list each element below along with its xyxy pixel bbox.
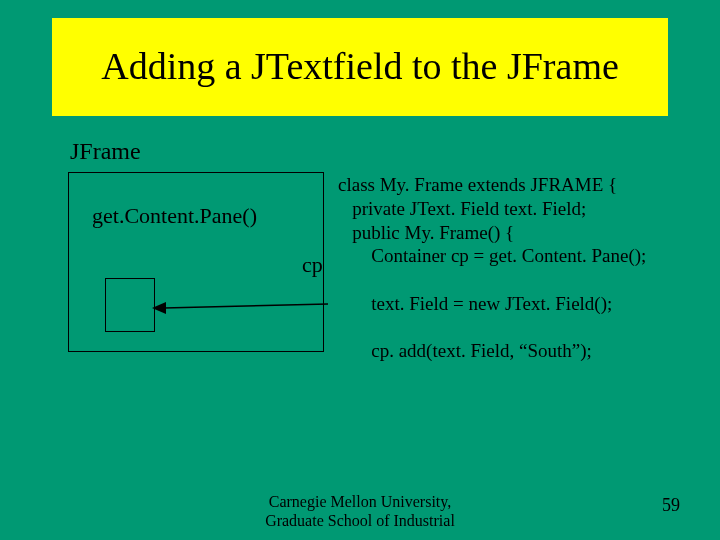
svg-line-0 xyxy=(164,304,328,308)
page-number: 59 xyxy=(662,495,680,516)
arrow-icon xyxy=(152,298,330,318)
title-box: Adding a JTextfield to the JFrame xyxy=(52,18,668,116)
svg-marker-1 xyxy=(152,302,166,314)
code-line: Container cp = get. Content. Pane(); xyxy=(338,245,646,266)
footer-line: Carnegie Mellon University, xyxy=(269,493,451,510)
jframe-label: JFrame xyxy=(70,138,141,165)
slide-title: Adding a JTextfield to the JFrame xyxy=(101,46,619,88)
footer-line: Graduate School of Industrial xyxy=(265,512,455,529)
code-line: class My. Frame extends JFRAME { xyxy=(338,174,617,195)
footer: Carnegie Mellon University, Graduate Sch… xyxy=(0,492,720,530)
code-line: private JText. Field text. Field; xyxy=(338,198,586,219)
inner-rect xyxy=(105,278,155,332)
cp-label: cp xyxy=(302,252,323,278)
code-block: class My. Frame extends JFRAME { private… xyxy=(338,173,698,363)
slide: Adding a JTextfield to the JFrame JFrame… xyxy=(0,0,720,540)
code-line: public My. Frame() { xyxy=(338,222,514,243)
getcontentpane-label: get.Content.Pane() xyxy=(92,203,257,229)
code-line: text. Field = new JText. Field(); xyxy=(338,293,612,314)
code-line: cp. add(text. Field, “South”); xyxy=(338,340,592,361)
